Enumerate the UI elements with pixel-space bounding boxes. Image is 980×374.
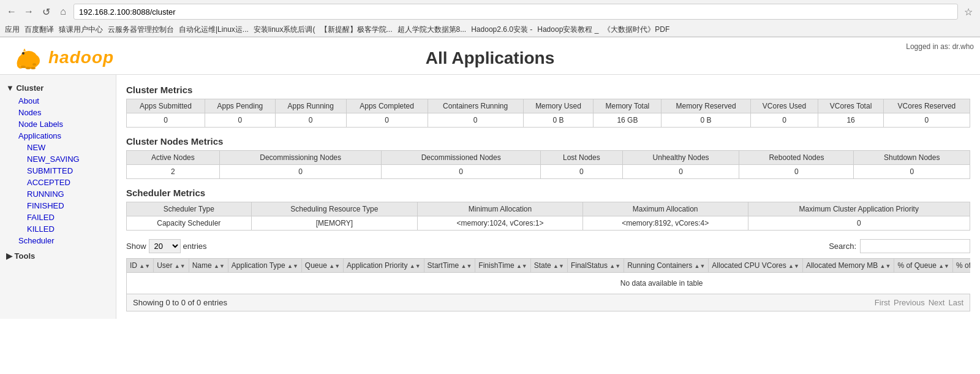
sidebar: ▼ Cluster About Nodes Node Labels Applic… (0, 75, 116, 319)
sidebar-submitted[interactable]: SUBMITTED (15, 165, 116, 177)
last-button[interactable]: Last (948, 298, 963, 307)
cm-header-0: Apps Submitted (127, 99, 205, 113)
dt-header-id[interactable]: ID ▲▼ (127, 259, 154, 273)
table-footer: Showing 0 to 0 of 0 entries First Previo… (126, 294, 970, 311)
forward-button[interactable]: → (22, 5, 36, 18)
bookmark-yuanke[interactable]: 猿课用户中心 (59, 25, 103, 35)
bookmark-apps[interactable]: 应用 (5, 25, 20, 35)
sidebar-new[interactable]: NEW (15, 142, 116, 153)
sidebar-accepted[interactable]: ACCEPTED (15, 177, 116, 188)
cm-val-7: 0 B (662, 113, 750, 128)
svg-point-3 (22, 52, 24, 55)
show-entries: Show 10 20 50 100 entries (126, 239, 207, 253)
sm-header-0: Scheduler Type (127, 202, 252, 216)
sort-arrows-id: ▲▼ (139, 263, 150, 269)
bookmark-hadoop2[interactable]: Hadoop安装教程 _ (537, 25, 598, 35)
dt-header-starttime[interactable]: StartTime ▲▼ (424, 259, 475, 273)
sort-arrows-starttime: ▲▼ (461, 263, 472, 269)
sidebar-node-labels[interactable]: Node Labels (6, 118, 116, 130)
entries-select[interactable]: 10 20 50 100 (149, 239, 181, 253)
sidebar-scheduler[interactable]: Scheduler (6, 235, 116, 246)
search-input[interactable] (860, 239, 970, 253)
svg-marker-4 (23, 48, 26, 51)
bookmark-baidu[interactable]: 百度翻译 (24, 25, 54, 35)
cm-val-6: 16 GB (594, 113, 662, 128)
cn-val-2: 0 (382, 165, 541, 179)
dt-header-alloc-mem[interactable]: Allocated Memory MB ▲▼ (802, 259, 894, 273)
search-label: Search: (829, 242, 856, 251)
sidebar-cluster-title[interactable]: ▼ Cluster (0, 81, 116, 95)
bookmark-hadoop1[interactable]: Hadoop2.6.0安装 - (471, 25, 532, 35)
sidebar-tools-section: ▶ Tools (0, 249, 116, 263)
cm-header-2: Apps Running (275, 99, 346, 113)
bookmark-auto[interactable]: 自动化运维|Linux运... (179, 25, 249, 35)
sort-arrows-app-priority: ▲▼ (410, 263, 421, 269)
previous-button[interactable]: Previous (894, 298, 925, 307)
bookmark-install[interactable]: 安装linux系统后调( (254, 25, 315, 35)
cm-val-9: 16 (818, 113, 884, 128)
show-label: Show (126, 242, 146, 251)
sidebar-killed[interactable]: KILLED (15, 223, 116, 235)
back-button[interactable]: ← (5, 5, 18, 18)
scheduler-metrics-title: Scheduler Metrics (126, 188, 970, 198)
data-table-wrapper: ID ▲▼ User ▲▼ Name ▲▼ Application Type ▲… (126, 258, 970, 294)
sort-arrows-user: ▲▼ (175, 263, 186, 269)
hadoop-logo: hadoop (12, 44, 114, 71)
sidebar-nodes[interactable]: Nodes (6, 107, 116, 118)
dt-header-running-containers[interactable]: Running Containers ▲▼ (624, 259, 709, 273)
sort-arrows-state: ▲▼ (553, 263, 564, 269)
bookmark-button[interactable]: ☆ (962, 5, 975, 18)
dt-header-name[interactable]: Name ▲▼ (189, 259, 228, 273)
cm-header-8: VCores Used (750, 99, 818, 113)
sidebar-new-saving[interactable]: NEW_SAVING (15, 153, 116, 165)
cm-val-0: 0 (127, 113, 205, 128)
cn-header-3: Lost Nodes (541, 151, 623, 165)
svg-point-7 (31, 67, 36, 69)
bookmark-bigdata[interactable]: 《大数据时代》PDF (603, 25, 669, 35)
dt-header-finalstatus[interactable]: FinalStatus ▲▼ (567, 259, 624, 273)
content-area: Cluster Metrics Apps Submitted Apps Pend… (116, 75, 980, 319)
bookmarks-bar: 应用 百度翻译 猿课用户中心 云服务器管理控制台 自动化运维|Linux运...… (0, 23, 980, 37)
first-button[interactable]: First (875, 298, 890, 307)
dt-header-app-priority[interactable]: Application Priority ▲▼ (344, 259, 424, 273)
dt-header-pct-queue[interactable]: % of Queue ▲▼ (894, 259, 953, 273)
browser-chrome: ← → ↺ ⌂ ☆ 应用 百度翻译 猿课用户中心 云服务器管理控制台 自动化运维… (0, 0, 980, 37)
sidebar-about[interactable]: About (6, 95, 116, 107)
bookmark-cloud[interactable]: 云服务器管理控制台 (108, 25, 174, 35)
cluster-metrics-table: Apps Submitted Apps Pending Apps Running… (126, 99, 970, 128)
sidebar-applications[interactable]: Applications (6, 130, 116, 142)
sidebar-failed[interactable]: FAILED (15, 212, 116, 223)
sort-arrows-alloc-cpu: ▲▼ (788, 263, 799, 269)
sort-arrows-running-containers: ▲▼ (695, 263, 706, 269)
next-button[interactable]: Next (929, 298, 945, 307)
cluster-nodes-title: Cluster Nodes Metrics (126, 136, 970, 147)
cm-val-8: 0 (750, 113, 818, 128)
sort-arrows-alloc-mem: ▲▼ (880, 263, 891, 269)
sm-header-1: Scheduling Resource Type (251, 202, 418, 216)
dt-header-user[interactable]: User ▲▼ (154, 259, 189, 273)
reload-button[interactable]: ↺ (39, 5, 53, 18)
bookmark-geek[interactable]: 【新提醒】极客学院... (320, 25, 393, 35)
sm-header-4: Maximum Cluster Application Priority (748, 202, 970, 216)
cm-val-10: 0 (883, 113, 970, 128)
cn-val-0: 2 (127, 165, 220, 179)
bookmark-superhuman[interactable]: 超人学院大数据第8... (398, 25, 467, 35)
sm-header-2: Minimum Allocation (418, 202, 583, 216)
sidebar-running[interactable]: RUNNING (15, 188, 116, 200)
cn-val-5: 0 (739, 165, 854, 179)
logged-in-text: Logged in as: dr.who (906, 42, 974, 51)
dt-header-alloc-cpu[interactable]: Allocated CPU VCores ▲▼ (709, 259, 803, 273)
cn-val-4: 0 (622, 165, 739, 179)
dt-header-state[interactable]: State ▲▼ (530, 259, 567, 273)
cm-header-3: Apps Completed (346, 99, 428, 113)
home-button[interactable]: ⌂ (56, 5, 70, 18)
sidebar-finished[interactable]: FINISHED (15, 200, 116, 212)
dt-header-queue[interactable]: Queue ▲▼ (301, 259, 343, 273)
dt-header-app-type[interactable]: Application Type ▲▼ (228, 259, 301, 273)
cm-header-4: Containers Running (428, 99, 523, 113)
dt-header-finishtime[interactable]: FinishTime ▲▼ (475, 259, 530, 273)
dt-header-pct-cluster[interactable]: % of Cluster ▲▼ (952, 259, 970, 273)
sidebar-tools-title[interactable]: ▶ Tools (0, 249, 116, 263)
browser-toolbar: ← → ↺ ⌂ ☆ (0, 0, 980, 23)
url-bar[interactable] (74, 4, 958, 20)
